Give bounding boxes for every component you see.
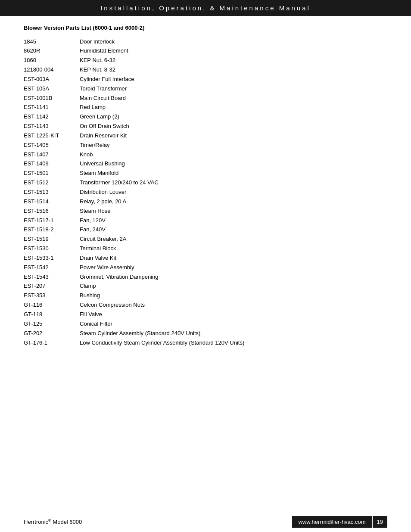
part-description: Knob xyxy=(80,150,387,159)
footer-page-number: 19 xyxy=(373,516,387,528)
table-row: EST-1543Grommet, Vibration Dampening xyxy=(24,272,387,282)
part-description: Celcon Compression Nuts xyxy=(80,301,387,310)
content-area: Blower Version Parts List (6000-1 and 60… xyxy=(0,25,411,348)
table-row: GT-118Fill Valve xyxy=(24,310,387,319)
table-row: EST-1519Circuit Breaker, 2A xyxy=(24,235,387,244)
part-description: Low Conductivity Steam Cylinder Assembly… xyxy=(80,338,387,348)
part-number: EST-207 xyxy=(24,282,80,291)
part-number: EST-1543 xyxy=(24,272,80,282)
part-number: GT-116 xyxy=(24,301,80,310)
part-description: Cylinder Full Interface xyxy=(80,75,387,84)
model-name: Model 6000 xyxy=(53,519,82,526)
table-row: EST-353Bushing xyxy=(24,291,387,301)
part-number: EST-1518-2 xyxy=(24,225,80,235)
table-row: EST-1533-1Drain Valve Kit xyxy=(24,253,387,263)
header-title: Installation, Operation, & Maintenance M… xyxy=(100,4,311,12)
part-number: EST-353 xyxy=(24,291,80,301)
part-description: Relay, 2 pole, 20 A xyxy=(80,197,387,206)
part-number: 1845 xyxy=(24,37,80,47)
part-number: EST-1501 xyxy=(24,169,80,178)
part-number: EST-003A xyxy=(24,75,80,84)
table-row: EST-1407Knob xyxy=(24,150,387,159)
part-number: EST-1407 xyxy=(24,150,80,159)
part-description: Terminal Block xyxy=(80,244,387,254)
table-row: EST-1409Universal Bushing xyxy=(24,159,387,169)
part-description: Drain Valve Kit xyxy=(80,253,387,263)
table-row: GT-116Celcon Compression Nuts xyxy=(24,301,387,310)
table-row: GT-176-1Low Conductivity Steam Cylinder … xyxy=(24,338,387,348)
table-row: EST-1501Steam Manifold xyxy=(24,169,387,178)
part-description: Bushing xyxy=(80,291,387,301)
part-description: Clamp xyxy=(80,282,387,291)
part-number: EST-1143 xyxy=(24,122,80,131)
table-row: EST-1514Relay, 2 pole, 20 A xyxy=(24,197,387,206)
table-row: EST-1143On Off Drain Switch xyxy=(24,122,387,131)
part-description: On Off Drain Switch xyxy=(80,122,387,131)
table-row: 1860KEP Nut, 6-32 xyxy=(24,56,387,65)
section-title: Blower Version Parts List (6000-1 and 60… xyxy=(24,25,387,31)
brand-name: Herrtronic xyxy=(24,519,48,526)
part-number: 121800-004 xyxy=(24,65,80,75)
table-row: EST-207Clamp xyxy=(24,282,387,291)
part-number: EST-1141 xyxy=(24,103,80,112)
part-number: GT-176-1 xyxy=(24,338,80,348)
part-description: Steam Hose xyxy=(80,206,387,216)
table-row: EST-1517-1Fan, 120V xyxy=(24,216,387,225)
part-number: EST-1516 xyxy=(24,206,80,216)
part-description: Door Interlock xyxy=(80,37,387,47)
footer: Herrtronic® Model 6000 www.herrmidifier-… xyxy=(0,512,411,532)
table-row: EST-1141Red Lamp xyxy=(24,103,387,112)
table-row: EST-1142Green Lamp (2) xyxy=(24,112,387,122)
footer-right: www.herrmidifier-hvac.com 19 xyxy=(292,516,387,528)
table-row: EST-1518-2Fan, 240V xyxy=(24,225,387,235)
part-description: KEP Nut, 8-32 xyxy=(80,65,387,75)
registered-mark: ® xyxy=(48,518,51,523)
part-description: KEP Nut, 6-32 xyxy=(80,56,387,65)
part-description: Circuit Breaker, 2A xyxy=(80,235,387,244)
part-number: EST-1514 xyxy=(24,197,80,206)
part-description: Distribution Louver xyxy=(80,188,387,197)
part-description: Universal Bushing xyxy=(80,159,387,169)
part-number: EST-1225-KIT xyxy=(24,131,80,140)
table-row: EST-1405Timer/Relay xyxy=(24,140,387,150)
footer-website: www.herrmidifier-hvac.com xyxy=(292,516,371,528)
part-description: Grommet, Vibration Dampening xyxy=(80,272,387,282)
part-description: Red Lamp xyxy=(80,103,387,112)
part-description: Green Lamp (2) xyxy=(80,112,387,122)
part-description: Timer/Relay xyxy=(80,140,387,150)
table-row: EST-1530Terminal Block xyxy=(24,244,387,254)
part-description: Drain Reservoir Kit xyxy=(80,131,387,140)
page-container: Installation, Operation, & Maintenance M… xyxy=(0,0,411,532)
part-description: Steam Manifold xyxy=(80,169,387,178)
part-number: GT-118 xyxy=(24,310,80,319)
header-bar: Installation, Operation, & Maintenance M… xyxy=(0,0,411,16)
part-description: Power Wire Assembly xyxy=(80,263,387,272)
part-description: Fan, 240V xyxy=(80,225,387,235)
part-number: GT-202 xyxy=(24,329,80,338)
part-number: EST-1517-1 xyxy=(24,216,80,225)
part-description: Humidistat Element xyxy=(80,47,387,56)
table-row: EST-003ACylinder Full Interface xyxy=(24,75,387,84)
table-row: EST-1225-KITDrain Reservoir Kit xyxy=(24,131,387,140)
part-number: EST-1409 xyxy=(24,159,80,169)
part-number: GT-125 xyxy=(24,319,80,329)
table-row: 121800-004KEP Nut, 8-32 xyxy=(24,65,387,75)
table-row: 8620RHumidistat Element xyxy=(24,47,387,56)
table-row: EST-105AToroid Transformer xyxy=(24,84,387,93)
part-number: EST-1001B xyxy=(24,93,80,103)
part-number: EST-1533-1 xyxy=(24,253,80,263)
part-number: EST-1512 xyxy=(24,178,80,188)
part-number: EST-105A xyxy=(24,84,80,93)
footer-brand: Herrtronic® Model 6000 xyxy=(24,518,82,525)
part-number: 8620R xyxy=(24,47,80,56)
table-row: EST-1542Power Wire Assembly xyxy=(24,263,387,272)
part-number: 1860 xyxy=(24,56,80,65)
table-row: EST-1512Transformer 120/240 to 24 VAC xyxy=(24,178,387,188)
part-number: EST-1542 xyxy=(24,263,80,272)
parts-table: 1845Door Interlock8620RHumidistat Elemen… xyxy=(24,37,387,348)
part-number: EST-1530 xyxy=(24,244,80,254)
table-row: EST-1513Distribution Louver xyxy=(24,188,387,197)
table-row: EST-1516Steam Hose xyxy=(24,206,387,216)
part-description: Conical Filter xyxy=(80,319,387,329)
table-row: GT-125Conical Filter xyxy=(24,319,387,329)
